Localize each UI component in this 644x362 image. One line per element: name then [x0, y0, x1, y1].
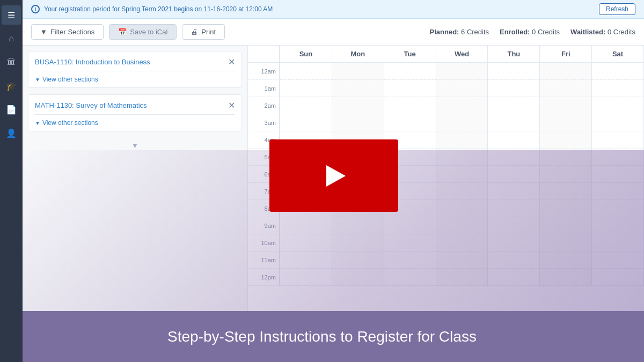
day-cell: [436, 80, 488, 97]
day-cell: [540, 200, 592, 217]
time-cell-10am: 10am: [248, 234, 280, 252]
sidebar-user-icon[interactable]: 👤: [2, 123, 21, 143]
day-cell: [332, 252, 384, 269]
day-cell: [592, 114, 644, 131]
time-cell-12am: 12am: [248, 63, 280, 80]
day-cell: [592, 166, 644, 183]
day-cell: [488, 200, 540, 217]
day-cell: [436, 183, 488, 200]
calendar-header: Sun Mon Tue Wed Thu Fri Sat: [248, 46, 644, 63]
sidebar-home-icon[interactable]: ⌂: [2, 29, 21, 48]
time-cell-3am: 3am: [248, 114, 280, 131]
time-cell-2am: 2am: [248, 97, 280, 114]
course-link-math[interactable]: MATH-1130: Survey of Mathematics: [35, 101, 147, 109]
course-card-busa: BUSA-1110: Introduction to Business ✕ ▼ …: [28, 51, 242, 88]
day-cell: [488, 131, 540, 149]
day-cell: [592, 183, 644, 200]
day-cell: [280, 234, 332, 252]
enrolled-credits: Enrolled: 0 Credits: [500, 28, 560, 36]
scroll-down-icon: ▼: [131, 141, 139, 150]
day-cell: [592, 97, 644, 114]
day-cell: [488, 63, 540, 80]
footer-banner: Step-by-Step Instructions to Register fo…: [0, 311, 644, 362]
day-cell: [384, 252, 436, 269]
course-card-math: MATH-1130: Survey of Mathematics ✕ ▼ Vie…: [28, 94, 242, 131]
filter-icon: ▼: [40, 28, 47, 36]
scroll-indicator: ▼: [28, 138, 242, 153]
day-cell: [436, 217, 488, 234]
day-cell: [384, 80, 436, 97]
day-cell: [436, 269, 488, 286]
course-link-busa[interactable]: BUSA-1110: Introduction to Business: [35, 58, 150, 66]
day-cell: [592, 63, 644, 80]
sidebar-document-icon[interactable]: 📄: [2, 100, 21, 119]
sidebar: ☰ ⌂ 🏛 🎓 📄 👤: [0, 0, 23, 362]
day-cell: [436, 131, 488, 149]
play-icon: [326, 165, 346, 187]
day-cell: [540, 80, 592, 97]
day-cell: [488, 217, 540, 234]
sidebar-graduation-icon[interactable]: 🎓: [2, 76, 21, 95]
chevron-down-icon: ▼: [35, 77, 40, 83]
day-cell: [540, 131, 592, 149]
view-sections-math[interactable]: ▼ View other sections: [35, 114, 235, 131]
cal-header-thu: Thu: [488, 46, 540, 62]
day-cell: [384, 114, 436, 131]
toolbar: ▼ Filter Sections 📅 Save to iCal 🖨 Print…: [23, 19, 644, 46]
banner-text: Your registration period for Spring Term…: [44, 5, 273, 13]
day-cell: [436, 252, 488, 269]
day-cell: [332, 97, 384, 114]
day-cell: [540, 149, 592, 166]
day-cell: [436, 234, 488, 252]
info-banner: i Your registration period for Spring Te…: [23, 0, 644, 19]
day-cell: [592, 80, 644, 97]
cal-header-tue: Tue: [384, 46, 436, 62]
chevron-down-icon-2: ▼: [35, 120, 40, 126]
day-cell: [280, 63, 332, 80]
day-cell: [540, 183, 592, 200]
day-cell: [280, 252, 332, 269]
day-cell: [436, 200, 488, 217]
sidebar-menu-icon[interactable]: ☰: [2, 5, 21, 25]
remove-course-math-button[interactable]: ✕: [228, 101, 235, 110]
video-play-button[interactable]: [269, 139, 398, 212]
day-cell: [280, 97, 332, 114]
time-cell-1am: 1am: [248, 80, 280, 97]
day-cell: [540, 63, 592, 80]
day-cell: [280, 217, 332, 234]
print-icon: 🖨: [191, 28, 198, 36]
day-cell: [280, 80, 332, 97]
day-cell: [592, 269, 644, 286]
sidebar-bank-icon[interactable]: 🏛: [2, 53, 21, 72]
save-ical-button[interactable]: 📅 Save to iCal: [109, 24, 177, 40]
day-cell: [488, 114, 540, 131]
day-cell: [384, 97, 436, 114]
day-cell: [540, 234, 592, 252]
day-cell: [332, 234, 384, 252]
filter-sections-button[interactable]: ▼ Filter Sections: [31, 24, 104, 40]
day-cell: [332, 114, 384, 131]
toolbar-right: Planned: 6 Credits Enrolled: 0 Credits W…: [430, 28, 635, 36]
day-cell: [592, 217, 644, 234]
day-cell: [592, 149, 644, 166]
refresh-button[interactable]: Refresh: [599, 3, 635, 15]
day-cell: [488, 80, 540, 97]
day-cell: [280, 114, 332, 131]
planned-credits: Planned: 6 Credits: [430, 28, 489, 36]
day-cell: [540, 166, 592, 183]
print-button[interactable]: 🖨 Print: [182, 24, 225, 40]
day-cell: [488, 234, 540, 252]
calendar-icon: 📅: [118, 28, 127, 36]
remove-course-busa-button[interactable]: ✕: [228, 58, 235, 67]
view-sections-busa[interactable]: ▼ View other sections: [35, 71, 235, 87]
day-cell: [280, 269, 332, 286]
day-cell: [436, 114, 488, 131]
day-cell: [488, 97, 540, 114]
day-cell: [384, 63, 436, 80]
day-cell: [384, 217, 436, 234]
day-cell: [332, 63, 384, 80]
day-cell: [592, 200, 644, 217]
day-cell: [540, 97, 592, 114]
day-cell: [332, 217, 384, 234]
day-cell: [488, 149, 540, 166]
